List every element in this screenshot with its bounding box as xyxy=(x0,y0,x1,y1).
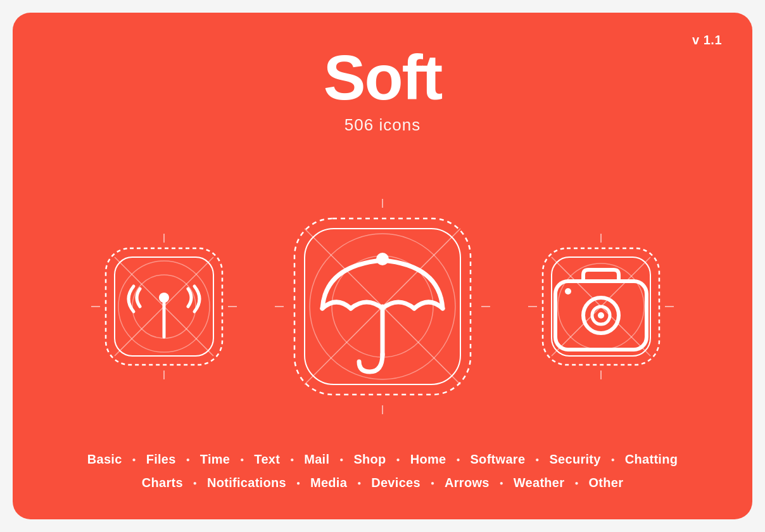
guide-tick xyxy=(600,370,602,379)
dot-7: ● xyxy=(456,456,460,463)
guide-tick xyxy=(382,405,383,414)
app-title: Soft xyxy=(324,46,441,109)
guide-tick xyxy=(91,306,100,307)
tag-other: Other xyxy=(588,476,623,490)
tag-files: Files xyxy=(146,452,176,467)
dot-10: ● xyxy=(193,479,197,486)
guide-tick xyxy=(275,306,284,307)
tags-section: Basic ● Files ● Time ● Text ● Mail ● Sho… xyxy=(13,452,752,519)
tag-devices: Devices xyxy=(371,476,420,490)
dot-1: ● xyxy=(132,456,136,463)
guide-tick xyxy=(600,234,602,243)
version-badge: v 1.1 xyxy=(692,33,722,48)
svg-point-24 xyxy=(598,312,604,319)
dot-8: ● xyxy=(535,456,539,463)
tag-home: Home xyxy=(410,452,446,467)
tag-mail: Mail xyxy=(304,452,329,467)
tag-charts: Charts xyxy=(142,476,183,490)
dot-14: ● xyxy=(500,479,503,486)
tags-row-2: Charts ● Notifications ● Media ● Devices… xyxy=(51,476,714,490)
guide-tick xyxy=(163,234,165,243)
tag-shop: Shop xyxy=(353,452,386,467)
dot-11: ● xyxy=(296,479,300,486)
dot-15: ● xyxy=(574,479,578,486)
dot-12: ● xyxy=(357,479,361,486)
dot-6: ● xyxy=(396,456,400,463)
center-icon-container xyxy=(275,199,490,414)
guide-tick xyxy=(481,306,490,307)
left-icon-container xyxy=(91,234,237,379)
camera-icon xyxy=(538,243,664,370)
dot-9: ● xyxy=(611,456,615,463)
tag-notifications: Notifications xyxy=(207,476,286,490)
tags-row-1: Basic ● Files ● Time ● Text ● Mail ● Sho… xyxy=(51,452,714,467)
guide-tick xyxy=(382,199,383,208)
wireless-signal-icon xyxy=(101,243,227,370)
right-icon-container xyxy=(528,234,674,379)
tag-weather: Weather xyxy=(514,476,565,490)
guide-tick xyxy=(228,306,237,307)
svg-point-25 xyxy=(565,288,571,294)
tag-text: Text xyxy=(254,452,280,467)
guide-tick xyxy=(163,370,165,379)
icons-showcase xyxy=(91,160,674,452)
tag-basic: Basic xyxy=(87,452,122,467)
tag-software: Software xyxy=(470,452,525,467)
dot-2: ● xyxy=(186,456,190,463)
tag-chatting: Chatting xyxy=(625,452,678,467)
dot-13: ● xyxy=(431,479,434,486)
guide-tick xyxy=(528,306,537,307)
main-card: v 1.1 Soft 506 icons xyxy=(13,13,752,519)
guide-tick xyxy=(665,306,674,307)
dot-5: ● xyxy=(339,456,343,463)
umbrella-icon xyxy=(291,215,474,398)
dot-3: ● xyxy=(240,456,244,463)
tag-time: Time xyxy=(200,452,231,467)
dot-4: ● xyxy=(290,456,294,463)
svg-point-15 xyxy=(376,253,389,265)
tag-media: Media xyxy=(310,476,347,490)
tag-security: Security xyxy=(549,452,600,467)
tag-arrows: Arrows xyxy=(445,476,490,490)
icon-count-label: 506 icons xyxy=(345,115,420,135)
